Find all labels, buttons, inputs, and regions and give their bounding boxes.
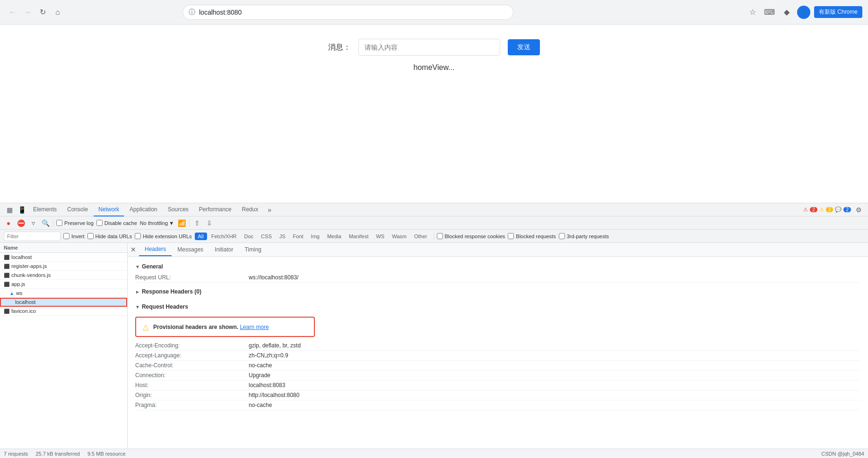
performance-button[interactable]: ⌨ [763,6,776,19]
filter-wasm[interactable]: Wasm [389,233,410,240]
tab-redux[interactable]: Redux [237,203,263,216]
address-bar[interactable]: ⓘ localhost:8080 [182,5,513,20]
hide-extension-urls-input[interactable] [135,233,141,239]
filter-doc[interactable]: Doc [241,233,257,240]
detail-tab-messages[interactable]: Messages [172,243,209,256]
devtools-settings-button[interactable]: ⚙ [853,204,864,216]
hide-data-urls-checkbox[interactable]: Hide data URLs [87,233,132,239]
filter-css[interactable]: CSS [258,233,275,240]
throttle-select[interactable]: No throttling ▼ [140,220,174,226]
file-item-favicon[interactable]: ⬛ favicon.ico [0,307,127,316]
filter-img[interactable]: Img [308,233,323,240]
inspect-element-button[interactable]: ▦ [4,204,15,216]
throttle-arrow: ▼ [169,220,174,226]
filter-all[interactable]: All [195,233,207,240]
filter-fetch-xhr[interactable]: Fetch/XHR [208,233,240,240]
expand-icon: ▲ [9,291,14,296]
file-item-app-js[interactable]: ⬛ app.js [0,280,127,289]
disable-cache-input[interactable] [96,220,103,226]
browser-toolbar-right: ☆ ⌨ ◆ 👤 有新版 Chrome [746,6,862,19]
learn-more-link[interactable]: Learn more [240,324,269,330]
preserve-log-checkbox[interactable]: Preserve log [56,220,94,226]
request-headers-section-header[interactable]: ▼ Request Headers [135,301,860,313]
filter-font[interactable]: Font [290,233,307,240]
tab-console[interactable]: Console [62,203,93,216]
blocked-requests-checkbox[interactable]: Blocked requests [508,233,556,239]
update-button[interactable]: 有新版 Chrome [814,6,862,18]
import-button[interactable]: ⇩ [205,218,214,228]
home-view-text: homeView... [414,63,455,72]
accept-encoding-key: Accept-Encoding: [135,342,249,349]
filter-media[interactable]: Media [324,233,345,240]
profile-button[interactable]: 👤 [797,6,810,19]
accept-language-key: Accept-Language: [135,352,249,359]
pragma-row: Pragma: no-cache [135,400,860,410]
url-text: localhost:8080 [199,9,507,16]
bookmark-button[interactable]: ☆ [746,6,759,19]
hide-data-urls-input[interactable] [87,233,94,239]
search-button[interactable]: 🔍 [41,218,50,228]
request-url-value: ws://localhost:8083/ [249,274,860,281]
response-headers-toggle: ► [135,289,140,294]
devtools-topbar: ▦ 📱 Elements Console Network Application… [0,203,868,216]
tab-sources[interactable]: Sources [163,203,193,216]
file-item-chunk-vendors[interactable]: ⬛ chunk-vendors.js [0,271,127,280]
transferred-size: 25.7 kB transferred [35,451,80,457]
invert-input[interactable] [63,233,69,239]
detail-tab-initiator[interactable]: Initiator [209,243,239,256]
tab-application[interactable]: Application [125,203,162,216]
third-party-input[interactable] [559,233,565,239]
export-button[interactable]: ⇧ [192,218,202,228]
disable-cache-checkbox[interactable]: Disable cache [96,220,137,226]
file-item-localhost-2[interactable]: localhost [0,298,127,307]
home-button[interactable]: ⌂ [51,6,64,19]
host-key: Host: [135,382,249,389]
device-toggle-button[interactable]: 📱 [16,204,27,216]
detail-content: ▼ General Request URL: ws://localhost:80… [128,257,868,414]
general-toggle: ▼ [135,264,140,269]
reload-button[interactable]: ↻ [36,6,49,19]
tab-network[interactable]: Network [94,203,124,216]
filter-js[interactable]: JS [276,233,289,240]
message-input[interactable] [358,39,500,56]
file-item-ws[interactable]: ▲ ws [0,289,127,298]
file-item-register-apps[interactable]: ⬛ register-apps.js [0,262,127,271]
preserve-log-input[interactable] [56,220,62,226]
clear-button[interactable]: ⛔ [16,218,26,228]
invert-checkbox[interactable]: Invert [63,233,85,239]
file-item-localhost-1[interactable]: ⬛ localhost [0,253,127,262]
message-badge: 2 [843,207,851,212]
filter-button[interactable]: ▿ [28,218,38,228]
wifi-icon[interactable]: 📶 [177,218,186,228]
send-button[interactable]: 发送 [508,39,540,55]
blocked-cookies-checkbox[interactable]: Blocked response cookies [437,233,505,239]
tab-elements[interactable]: Elements [28,203,61,216]
third-party-checkbox[interactable]: 3rd-party requests [559,233,609,239]
filter-type-tabs: All Fetch/XHR Doc CSS JS Font Img Media … [195,233,431,240]
detail-tab-timing[interactable]: Timing [239,243,267,256]
filter-ws[interactable]: WS [373,233,388,240]
filter-other[interactable]: Other [411,233,431,240]
general-section-header[interactable]: ▼ General [135,260,860,273]
response-headers-section-header[interactable]: ► Response Headers (0) [135,285,860,298]
connection-row: Connection: Upgrade [135,371,860,380]
detail-header: ✕ Headers Messages Initiator Timing [128,243,868,257]
filter-input[interactable] [4,232,61,241]
blocked-requests-input[interactable] [508,233,514,239]
forward-button[interactable]: → [21,6,34,19]
page-content: 消息： 发送 homeView... [0,25,868,203]
extensions-button[interactable]: ◆ [780,6,793,19]
tab-performance[interactable]: Performance [194,203,236,216]
stop-recording-button[interactable]: ● [4,218,13,228]
back-button[interactable]: ← [6,6,19,19]
devtools-toolbar: ● ⛔ ▿ 🔍 Preserve log Disable cache No th… [0,216,868,230]
detail-tab-headers[interactable]: Headers [139,243,172,256]
hide-extension-urls-checkbox[interactable]: Hide extension URLs [135,233,191,239]
detail-close-button[interactable]: ✕ [128,244,139,255]
filter-manifest[interactable]: Manifest [346,233,372,240]
warning-box: △ Provisional headers are shown. Learn m… [135,317,315,337]
warning-badge: 2 [826,207,833,212]
more-tabs-button[interactable]: » [264,204,275,216]
blocked-cookies-input[interactable] [437,233,443,239]
browser-chrome: ← → ↻ ⌂ ⓘ localhost:8080 ☆ ⌨ ◆ 👤 有新版 Chr… [0,0,868,25]
